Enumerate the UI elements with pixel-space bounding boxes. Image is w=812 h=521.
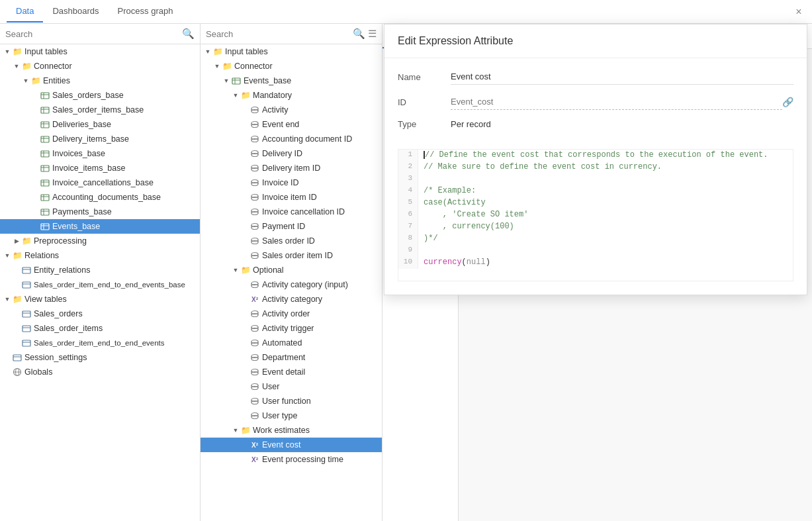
middle-item-label: Event cost xyxy=(262,440,300,450)
left-item-label: Sales_orders_base xyxy=(52,91,124,100)
middle-item-automated[interactable]: Automated xyxy=(201,336,382,350)
arrow-icon: ▼ xyxy=(212,63,222,70)
middle-item-activity-order[interactable]: Activity order xyxy=(201,307,382,321)
middle-item-label: Delivery item ID xyxy=(262,164,320,173)
left-item-delivery-items-base[interactable]: Delivery_items_base xyxy=(0,132,200,146)
modal-header: Edit Expression Attribute xyxy=(384,24,807,58)
code-editor[interactable]: 1 // Define the event cost that correspo… xyxy=(398,149,793,281)
middle-item-department[interactable]: Department xyxy=(201,350,382,365)
middle-item-activity-category-input[interactable]: Activity category (input) xyxy=(201,277,382,292)
middle-item-user[interactable]: User xyxy=(201,379,382,394)
middle-item-work-estimates[interactable]: ▼ 📁 Work estimates xyxy=(201,423,382,438)
arrow-icon: ▼ xyxy=(231,427,240,434)
left-item-view-tables[interactable]: ▼ 📁 View tables xyxy=(0,292,200,307)
line-number: 6 xyxy=(398,209,418,221)
middle-item-payment-id[interactable]: Payment ID xyxy=(201,219,382,234)
middle-item-event-end[interactable]: Event end xyxy=(201,117,382,132)
code-line-5: 5 case(Activity xyxy=(398,197,793,209)
close-icon[interactable]: × xyxy=(792,5,805,19)
line-content: // Make sure to define the event cost in… xyxy=(418,162,662,173)
line-content xyxy=(418,245,424,257)
menu-icon[interactable]: ☰ xyxy=(368,28,377,40)
left-item-deliveries-base[interactable]: Deliveries_base xyxy=(0,117,200,132)
left-item-sales-order-events[interactable]: Sales_order_item_end_to_end_events xyxy=(0,336,200,350)
left-item-sales-orders[interactable]: Sales_orders xyxy=(0,307,200,321)
middle-search-input[interactable] xyxy=(206,29,350,39)
view-table-icon xyxy=(21,308,32,319)
middle-search-icon[interactable]: 🔍 xyxy=(353,28,365,40)
view-table-icon xyxy=(21,338,32,348)
middle-item-activity-trigger[interactable]: Activity trigger xyxy=(201,321,382,336)
left-item-sales-orders-base[interactable]: Sales_orders_base xyxy=(0,88,200,103)
top-tab-bar: Data Dashboards Process graph × xyxy=(0,0,812,24)
middle-item-label: Sales order ID xyxy=(262,236,315,246)
middle-item-delivery-id[interactable]: Delivery ID xyxy=(201,146,382,161)
arrow-icon: ▼ xyxy=(12,63,21,70)
folder-icon: 📁 xyxy=(12,46,23,57)
middle-item-label: Activity xyxy=(262,105,289,115)
middle-item-accounting-doc-id[interactable]: Accounting document ID xyxy=(201,132,382,146)
middle-item-delivery-item-id[interactable]: Delivery item ID xyxy=(201,161,382,175)
left-item-label: Sales_order_item_end_to_end_events_base xyxy=(34,281,185,289)
left-item-globals[interactable]: Globals xyxy=(0,365,200,379)
globe-icon xyxy=(12,367,23,377)
cursor xyxy=(424,151,425,159)
middle-item-user-function[interactable]: User function xyxy=(201,394,382,408)
middle-item-activity[interactable]: Activity xyxy=(201,103,382,117)
table-icon xyxy=(40,134,50,144)
left-item-input-tables[interactable]: ▼ 📁 Input tables xyxy=(0,44,200,59)
svg-rect-9 xyxy=(41,136,49,142)
left-item-invoice-items-base[interactable]: Invoice_items_base xyxy=(0,161,200,175)
left-item-connector[interactable]: ▼ 📁 Connector xyxy=(0,59,200,73)
middle-item-sales-order-id[interactable]: Sales order ID xyxy=(201,234,382,248)
middle-item-invoice-id[interactable]: Invoice ID xyxy=(201,175,382,190)
left-item-label: Sales_order_item_end_to_end_events xyxy=(34,339,165,347)
middle-item-user-type[interactable]: User type xyxy=(201,408,382,423)
middle-item-label: Input tables xyxy=(225,47,268,56)
middle-item-event-processing-time[interactable]: X² Event processing time xyxy=(201,452,382,467)
field-icon xyxy=(249,177,260,188)
middle-item-mandatory[interactable]: ▼ 📁 Mandatory xyxy=(201,88,382,103)
left-tree: ▼ 📁 Input tables ▼ 📁 Connector ▼ 📁 Entit… xyxy=(0,44,200,521)
left-item-entity-relations[interactable]: Entity_relations xyxy=(0,263,200,277)
middle-item-label: Payment ID xyxy=(262,222,305,231)
middle-item-events-base[interactable]: ▼ Events_base xyxy=(201,73,382,88)
middle-item-invoice-cancellation-id[interactable]: Invoice cancellation ID xyxy=(201,205,382,219)
tab-data[interactable]: Data xyxy=(7,1,43,23)
left-item-sales-order-item-end[interactable]: Sales_order_item_end_to_end_events_base xyxy=(0,277,200,292)
left-item-invoices-base[interactable]: Invoices_base xyxy=(0,146,200,161)
middle-item-connector[interactable]: ▼ 📁 Connector xyxy=(201,59,382,73)
left-search-input[interactable] xyxy=(5,29,182,39)
middle-item-activity-category[interactable]: X² Activity category xyxy=(201,292,382,307)
modal-title: Edit Expression Attribute xyxy=(398,35,513,46)
left-item-sales-order-items[interactable]: Sales_order_items xyxy=(0,321,200,336)
left-item-label: Globals xyxy=(24,367,52,377)
middle-item-sales-order-item-id[interactable]: Sales order item ID xyxy=(201,248,382,263)
middle-item-label: Invoice cancellation ID xyxy=(262,207,345,216)
left-item-entities[interactable]: ▼ 📁 Entities xyxy=(0,73,200,88)
field-icon xyxy=(249,279,260,290)
middle-item-input-tables[interactable]: ▼ 📁 Input tables xyxy=(201,44,382,59)
svg-rect-32 xyxy=(23,282,30,288)
tab-process-graph[interactable]: Process graph xyxy=(109,1,183,23)
left-item-relations[interactable]: ▼ 📁 Relations xyxy=(0,248,200,263)
left-item-events-base[interactable]: Events_base xyxy=(0,219,200,234)
left-item-sales-order-items-base[interactable]: Sales_order_items_base xyxy=(0,103,200,117)
left-item-payments-base[interactable]: Payments_base xyxy=(0,205,200,219)
left-item-invoice-cancellations-base[interactable]: Invoice_cancellations_base xyxy=(0,175,200,190)
field-icon xyxy=(249,381,260,392)
middle-item-event-cost[interactable]: X² Event cost xyxy=(201,438,382,452)
middle-item-label: Mandatory xyxy=(253,91,292,100)
tab-dashboards[interactable]: Dashboards xyxy=(43,1,108,23)
middle-item-event-detail[interactable]: Event detail xyxy=(201,365,382,379)
middle-search-box: 🔍 ☰ xyxy=(201,24,382,44)
table-icon xyxy=(231,75,242,86)
middle-item-invoice-item-id[interactable]: Invoice item ID xyxy=(201,190,382,205)
middle-item-optional[interactable]: ▼ 📁 Optional xyxy=(201,263,382,277)
table-icon xyxy=(40,192,50,203)
left-item-session-settings[interactable]: Session_settings xyxy=(0,350,200,365)
left-search-icon[interactable]: 🔍 xyxy=(182,28,195,40)
left-item-preprocessing[interactable]: ▶ 📁 Preprocessing xyxy=(0,234,200,248)
id-input[interactable] xyxy=(451,94,782,110)
left-item-accounting-documents-base[interactable]: Accounting_documents_base xyxy=(0,190,200,205)
